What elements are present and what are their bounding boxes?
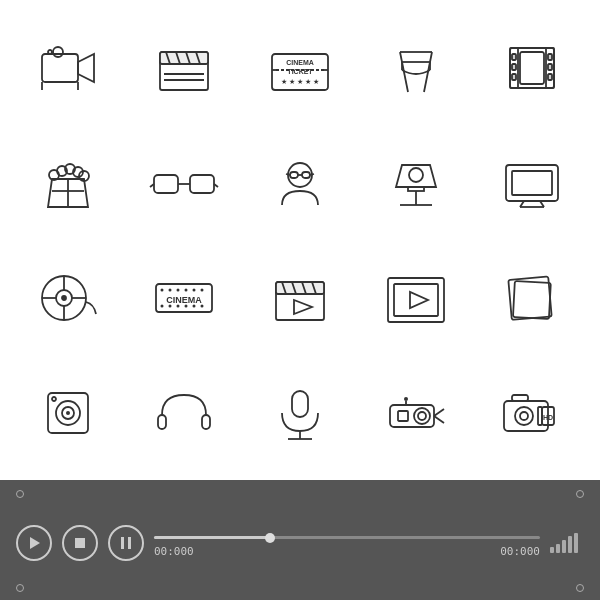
player-controls-row: 00:000 00:000 xyxy=(16,508,584,578)
film-strip-icon xyxy=(474,10,590,125)
player-top-dots xyxy=(16,490,584,498)
vol-bar-1 xyxy=(550,547,554,553)
svg-rect-106 xyxy=(202,415,210,429)
svg-rect-36 xyxy=(520,52,544,84)
player-bottom-dots xyxy=(16,584,584,592)
svg-rect-35 xyxy=(548,74,552,80)
svg-point-120 xyxy=(520,412,528,420)
microphone-icon xyxy=(242,355,358,470)
svg-marker-97 xyxy=(410,292,428,308)
svg-point-80 xyxy=(193,288,196,291)
icons-grid: CINEMA TICKET ★ ★ ★ ★ ★ xyxy=(0,0,600,480)
pause-button[interactable] xyxy=(108,525,144,561)
cinema-ticket-icon: CINEMA TICKET ★ ★ ★ ★ ★ xyxy=(242,10,358,125)
progress-area[interactable]: 00:000 00:000 xyxy=(154,528,540,558)
svg-text:CINEMA: CINEMA xyxy=(166,295,202,305)
svg-rect-124 xyxy=(512,395,528,401)
svg-point-84 xyxy=(177,304,180,307)
3d-glasses-icon xyxy=(126,125,242,240)
svg-rect-62 xyxy=(512,171,552,195)
monitor-icon xyxy=(474,125,590,240)
svg-rect-105 xyxy=(158,415,166,429)
directors-chair-icon xyxy=(358,10,474,125)
svg-point-69 xyxy=(62,296,66,300)
svg-rect-30 xyxy=(512,54,516,60)
vol-bar-4 xyxy=(568,536,572,553)
svg-rect-57 xyxy=(408,187,424,191)
svg-text:TICKET: TICKET xyxy=(287,68,313,75)
svg-rect-113 xyxy=(398,411,408,421)
vol-bar-2 xyxy=(556,544,560,553)
svg-point-85 xyxy=(185,304,188,307)
dot-bottom-left xyxy=(16,584,24,592)
film-reel-icon xyxy=(10,240,126,355)
clapper-play-icon xyxy=(242,240,358,355)
svg-point-86 xyxy=(193,304,196,307)
svg-point-60 xyxy=(409,168,423,182)
viewer-icon xyxy=(242,125,358,240)
svg-rect-31 xyxy=(512,64,516,70)
svg-point-77 xyxy=(169,288,172,291)
popcorn-icon xyxy=(10,125,126,240)
svg-rect-52 xyxy=(302,172,310,178)
svg-rect-99 xyxy=(513,281,551,319)
svg-point-119 xyxy=(515,407,533,425)
dot-left xyxy=(16,490,24,498)
svg-point-87 xyxy=(201,304,204,307)
svg-rect-34 xyxy=(548,64,552,70)
svg-marker-125 xyxy=(30,537,40,549)
speaker-icon xyxy=(10,355,126,470)
photo-icon xyxy=(474,240,590,355)
play-button[interactable] xyxy=(16,525,52,561)
stop-button[interactable] xyxy=(62,525,98,561)
action-cam-icon: HD xyxy=(474,355,590,470)
time-row: 00:000 00:000 xyxy=(154,545,540,558)
svg-rect-128 xyxy=(128,537,131,549)
svg-point-78 xyxy=(177,288,180,291)
svg-rect-33 xyxy=(548,54,552,60)
time-start: 00:000 xyxy=(154,545,194,558)
svg-rect-32 xyxy=(512,74,516,80)
svg-line-55 xyxy=(310,174,314,175)
player-bar: 00:000 00:000 xyxy=(0,480,600,600)
svg-text:★ ★ ★ ★ ★: ★ ★ ★ ★ ★ xyxy=(281,78,319,85)
svg-rect-127 xyxy=(121,537,124,549)
svg-rect-46 xyxy=(190,175,214,193)
volume-bars xyxy=(550,533,578,553)
headphones-icon xyxy=(126,355,242,470)
dot-right xyxy=(576,490,584,498)
svg-point-76 xyxy=(161,288,164,291)
svg-line-54 xyxy=(286,174,290,175)
cinema-sign-icon: CINEMA xyxy=(126,240,242,355)
svg-point-79 xyxy=(185,288,188,291)
video-player-icon xyxy=(358,240,474,355)
svg-rect-0 xyxy=(42,54,78,82)
svg-rect-107 xyxy=(292,391,308,417)
svg-point-112 xyxy=(418,412,426,420)
svg-rect-96 xyxy=(394,284,438,316)
time-end: 00:000 xyxy=(500,545,540,558)
movie-camera-icon xyxy=(10,10,126,125)
svg-point-111 xyxy=(414,408,430,424)
svg-line-114 xyxy=(434,409,444,416)
projector-icon xyxy=(358,355,474,470)
svg-rect-110 xyxy=(390,405,434,427)
svg-marker-94 xyxy=(294,300,312,314)
svg-rect-51 xyxy=(290,172,298,178)
spotlight-icon xyxy=(358,125,474,240)
svg-point-104 xyxy=(52,397,56,401)
progress-track[interactable] xyxy=(154,536,540,539)
dot-bottom-right xyxy=(576,584,584,592)
svg-point-117 xyxy=(404,397,408,401)
progress-fill xyxy=(154,536,270,539)
clapperboard-icon xyxy=(126,10,242,125)
svg-point-81 xyxy=(201,288,204,291)
vol-bar-5 xyxy=(574,533,578,553)
progress-thumb xyxy=(265,533,275,543)
svg-rect-126 xyxy=(75,538,85,548)
svg-point-83 xyxy=(169,304,172,307)
svg-text:HD: HD xyxy=(543,414,553,421)
svg-point-103 xyxy=(66,411,70,415)
svg-rect-45 xyxy=(154,175,178,193)
svg-point-2 xyxy=(53,47,63,57)
